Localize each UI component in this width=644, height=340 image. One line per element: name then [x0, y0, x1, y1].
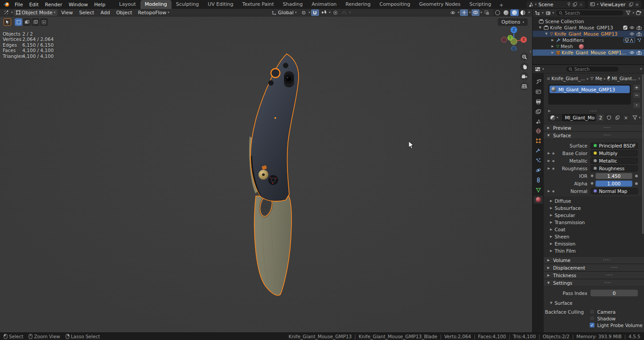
- shading-rendered-button[interactable]: [519, 9, 527, 16]
- render-camera-icon[interactable]: [636, 51, 642, 55]
- material-name-field[interactable]: MI_Giant_Mouse_GMP13: [562, 114, 596, 121]
- select-mode-set-button[interactable]: [15, 18, 22, 26]
- tab-output[interactable]: [533, 98, 543, 106]
- gizmo-z-neg-axis[interactable]: [512, 46, 517, 51]
- subpanel-sheen[interactable]: ▶Sheen: [544, 233, 644, 240]
- breadcrumb-object[interactable]: Knife_Giant_...: [551, 76, 585, 81]
- view-object-types-button[interactable]: [449, 9, 457, 16]
- outliner-row-object[interactable]: ▼ ▽ Knife_Giant_Mouse_GMP13: [533, 31, 644, 37]
- ior-slider[interactable]: 1.450: [595, 173, 632, 179]
- tab-shading[interactable]: Shading: [279, 0, 308, 9]
- expand-arrow[interactable]: ▶: [550, 38, 555, 42]
- panel-surface[interactable]: ▼Surface: [544, 131, 644, 139]
- tab-constraints[interactable]: [533, 176, 543, 184]
- decorator-dot[interactable]: [635, 175, 638, 177]
- sidebar-expand-arrow[interactable]: ‹: [529, 49, 531, 54]
- tab-geometry-nodes[interactable]: Geometry Nodes: [414, 0, 465, 9]
- menu-help[interactable]: Help: [91, 1, 108, 8]
- base-color-input[interactable]: Multiply: [591, 150, 638, 156]
- outliner-row-mesh[interactable]: ▶ ▽ Mesh: [533, 43, 644, 49]
- snap-magnet-button[interactable]: [311, 9, 319, 16]
- menu-object[interactable]: Object: [114, 10, 135, 16]
- unlink-material-button[interactable]: ×: [622, 114, 629, 121]
- menu-window[interactable]: Window: [66, 1, 91, 8]
- zoom-button[interactable]: [520, 53, 529, 61]
- shading-wireframe-button[interactable]: [493, 9, 502, 16]
- subpanel-subsurface[interactable]: ▶Subsurface: [544, 205, 644, 212]
- add-slot-button[interactable]: +: [633, 84, 640, 91]
- material-sphere-icon[interactable]: [579, 44, 584, 49]
- panel-thickness[interactable]: ▶Thickness: [544, 271, 644, 279]
- tab-modeling[interactable]: Modeling: [140, 0, 172, 9]
- mode-selector[interactable]: Object Mode ▾: [14, 9, 58, 16]
- remove-slot-button[interactable]: −: [633, 92, 640, 98]
- tab-scene[interactable]: [533, 117, 543, 125]
- new-collection-icon[interactable]: [636, 10, 642, 16]
- outliner-search-input[interactable]: [565, 11, 621, 16]
- gizmo-center[interactable]: [511, 38, 517, 45]
- filter-funnel-icon[interactable]: [632, 115, 637, 120]
- light-probe-volume-checkbox[interactable]: ✓: [590, 323, 595, 328]
- subpanel-emission[interactable]: ▶Emission: [544, 240, 644, 247]
- viewlayer-selector[interactable]: ▾ ViewLayer ×: [588, 1, 641, 8]
- copy-icon[interactable]: [629, 2, 633, 7]
- remove-viewlayer-button[interactable]: ×: [635, 2, 639, 8]
- scene-selector[interactable]: ▾ Scene ×: [526, 1, 586, 8]
- camera-view-button[interactable]: [520, 72, 529, 81]
- slot-specials-button[interactable]: ▾: [633, 102, 640, 109]
- tab-texture-paint[interactable]: Texture Paint: [238, 0, 279, 9]
- tab-particles[interactable]: [533, 156, 543, 164]
- users-count-button[interactable]: 2: [597, 114, 604, 121]
- material-slot-list[interactable]: MI_Giant_Mouse_GMP13: [548, 84, 631, 105]
- decorator-dot[interactable]: [635, 182, 638, 185]
- tab-object-data[interactable]: [533, 186, 543, 194]
- active-tool-tweak-button[interactable]: [4, 18, 11, 26]
- subpanel-diffuse[interactable]: ▶Diffuse: [544, 197, 644, 205]
- breadcrumb-mesh[interactable]: Me: [595, 76, 603, 81]
- menu-retopoflow[interactable]: RetopoFlow▾: [136, 9, 172, 16]
- expand-arrow[interactable]: ▶: [550, 51, 555, 54]
- roughness-input[interactable]: Roughness: [591, 165, 638, 172]
- alpha-slider[interactable]: 1.000: [595, 180, 632, 187]
- show-gizmo-button[interactable]: [460, 9, 468, 16]
- snap-target-button[interactable]: [320, 9, 328, 16]
- outliner-display-mode-icon[interactable]: [535, 11, 540, 16]
- fake-user-shield-button[interactable]: [605, 114, 612, 121]
- select-mode-invert-button[interactable]: [40, 18, 48, 26]
- subpanel-settings-surface[interactable]: ▼Surface: [544, 299, 644, 307]
- viewport-3d[interactable]: ▾ Object Mode ▾ View Select Add Object R…: [0, 9, 533, 332]
- pin-icon[interactable]: [638, 76, 640, 81]
- shading-material-preview-button[interactable]: [510, 9, 519, 16]
- pan-hand-button[interactable]: [520, 62, 529, 71]
- menu-view[interactable]: View: [58, 10, 75, 16]
- knife-blade[interactable]: [254, 194, 291, 295]
- panel-grip[interactable]: [603, 127, 611, 129]
- outliner-row-modifiers[interactable]: ▶ Modifiers: [533, 37, 644, 43]
- expand-arrow[interactable]: ▶: [546, 167, 551, 170]
- modifier-display-toggles[interactable]: [623, 37, 635, 43]
- show-overlays-button[interactable]: [472, 9, 480, 16]
- hide-eye-icon[interactable]: [629, 26, 635, 29]
- knife-model[interactable]: [0, 9, 533, 332]
- tab-sculpting[interactable]: Sculpting: [172, 0, 203, 9]
- panel-settings[interactable]: ▼Settings: [544, 279, 644, 287]
- tab-render[interactable]: [533, 88, 543, 96]
- material-slot-selected[interactable]: MI_Giant_Mouse_GMP13: [550, 86, 630, 93]
- browse-material-button[interactable]: ▾: [548, 114, 561, 121]
- tab-compositing[interactable]: Compositing: [375, 0, 415, 9]
- properties-editor-icon[interactable]: [535, 67, 541, 72]
- tab-scripting[interactable]: Scripting: [465, 0, 496, 9]
- outliner-row-scene-collection[interactable]: Scene Collection: [533, 18, 644, 25]
- hide-eye-icon[interactable]: [629, 51, 635, 54]
- transform-orientation[interactable]: Global ▾: [270, 9, 299, 16]
- tab-rendering[interactable]: Rendering: [341, 0, 375, 9]
- subpanel-thin-film[interactable]: ▶Thin Film: [544, 247, 644, 254]
- normal-input[interactable]: Normal Map: [591, 188, 638, 194]
- panel-preview[interactable]: ▶Preview: [544, 124, 644, 131]
- expand-arrow[interactable]: ▶: [550, 45, 555, 48]
- expand-arrow[interactable]: ▶: [546, 189, 551, 193]
- pivot-point-button[interactable]: [299, 9, 308, 16]
- tab-layout[interactable]: Layout: [115, 0, 140, 9]
- panel-volume[interactable]: ▶Volume: [544, 256, 644, 264]
- proportional-edit-button[interactable]: [331, 9, 339, 16]
